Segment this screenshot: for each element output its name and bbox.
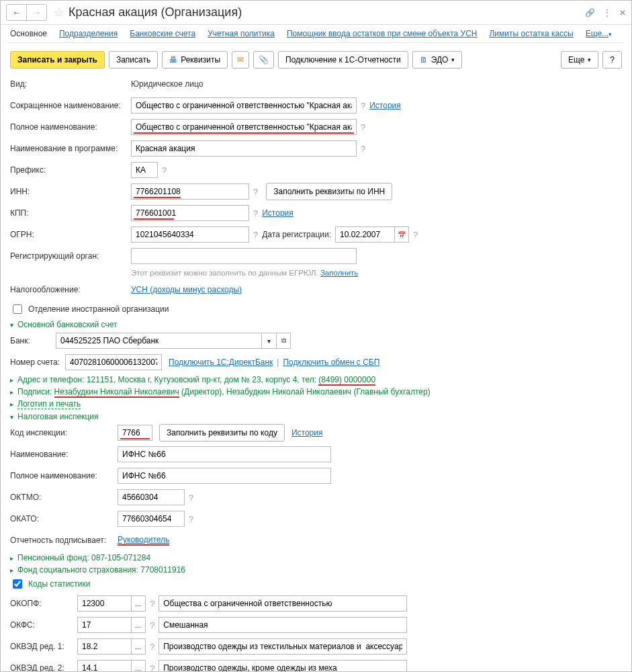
chevron-down-icon: ▾	[10, 413, 13, 421]
tax-office-section-toggle[interactable]: ▾ Налоговая инспекция	[10, 412, 622, 421]
lookup-icon[interactable]: …	[131, 660, 146, 672]
oktmo-label: ОКТМО:	[10, 493, 118, 502]
account-input[interactable]	[65, 354, 162, 370]
directbank-link[interactable]: Подключить 1С:ДиректБанк	[169, 358, 273, 367]
connect-1c-button[interactable]: Подключение к 1С-Отчетности	[278, 51, 408, 69]
help-icon[interactable]: ?	[189, 493, 193, 503]
okved1-desc-input[interactable]	[159, 638, 407, 655]
prog-name-input[interactable]	[131, 140, 357, 157]
address-section-toggle[interactable]: ▸ Адрес и телефон: 121151, Москва г, Кут…	[10, 375, 622, 384]
close-icon[interactable]: ✕	[619, 8, 626, 17]
short-name-label: Сокращенное наименование:	[10, 101, 131, 110]
tab-bank-accounts[interactable]: Банковские счета	[130, 29, 195, 38]
okved2-label: ОКВЭД ред. 2:	[10, 663, 77, 672]
help-icon[interactable]: ?	[150, 642, 154, 652]
help-icon[interactable]: ?	[253, 230, 258, 240]
history-link[interactable]: История	[291, 428, 323, 437]
lookup-icon[interactable]: …	[131, 617, 146, 633]
help-icon[interactable]: ?	[189, 514, 193, 524]
okopf-input[interactable]	[77, 595, 131, 612]
okfs-label: ОКФС:	[10, 620, 77, 630]
help-icon[interactable]: ?	[150, 663, 154, 673]
ogrn-input[interactable]	[131, 226, 249, 243]
tab-subdivisions[interactable]: Подразделения	[59, 29, 118, 38]
toolbar: Записать и закрыть Записать 🖶Реквизиты ✉…	[1, 48, 631, 75]
okved2-input[interactable]	[77, 660, 131, 672]
help-icon[interactable]: ?	[253, 208, 258, 218]
reg-date-label: Дата регистрации:	[262, 230, 331, 239]
insp-name-input[interactable]	[118, 446, 331, 462]
bank-input[interactable]	[56, 333, 261, 349]
tab-usn-helper[interactable]: Помощник ввода остатков при смене объект…	[287, 29, 478, 38]
reg-org-label: Регистрирующий орган:	[10, 251, 131, 261]
chevron-right-icon: ▸	[10, 566, 13, 574]
okato-input[interactable]	[118, 511, 185, 527]
insp-full-input[interactable]	[118, 468, 331, 484]
logo-section-toggle[interactable]: ▸ Логотип и печать	[10, 399, 622, 409]
bank-section-toggle[interactable]: ▾ Основной банковский счет	[10, 320, 622, 329]
nav-back-button[interactable]: ←	[7, 5, 27, 20]
attach-button[interactable]: 📎	[253, 51, 274, 69]
help-button[interactable]: ?	[602, 51, 622, 69]
okved1-label: ОКВЭД ред. 1:	[10, 642, 77, 651]
signer-label: Отчетность подписывает:	[10, 536, 118, 545]
save-button[interactable]: Записать	[109, 51, 158, 69]
nav-forward-button[interactable]: →	[27, 5, 46, 20]
reg-org-input[interactable]	[131, 248, 357, 264]
lookup-icon[interactable]: …	[131, 638, 146, 655]
help-icon[interactable]: ?	[253, 187, 258, 197]
help-icon[interactable]: ?	[361, 144, 365, 154]
tab-cash-limits[interactable]: Лимиты остатка кассы	[489, 29, 573, 38]
dropdown-icon[interactable]: ▾	[261, 333, 276, 349]
stat-codes-checkbox[interactable]	[13, 579, 22, 589]
okved1-input[interactable]	[77, 638, 131, 655]
kpp-label: КПП:	[10, 208, 131, 218]
kind-value: Юридическое лицо	[131, 79, 203, 89]
signatures-section-toggle[interactable]: ▸ Подписи: Незабудкин Николай Николаевич…	[10, 387, 622, 396]
kebab-icon[interactable]: ⋮	[603, 8, 611, 17]
fss-section-toggle[interactable]: ▸ Фонд социального страхования: 77080119…	[10, 565, 622, 575]
tab-accounting-policy[interactable]: Учетная политика	[208, 29, 275, 38]
reg-date-input[interactable]	[335, 226, 394, 243]
tab-more[interactable]: Еще...	[586, 29, 612, 38]
fill-egrul-link[interactable]: Заполнить	[320, 269, 358, 277]
history-link[interactable]: История	[262, 208, 294, 218]
open-dialog-icon[interactable]: ⧉	[276, 333, 291, 349]
taxation-link[interactable]: УСН (доходы минус расходы)	[131, 285, 242, 294]
fill-by-inn-button[interactable]: Заполнить реквизиты по ИНН	[266, 183, 392, 200]
sbp-link[interactable]: Подключить обмен с СБП	[283, 358, 379, 367]
chevron-right-icon: ▸	[10, 376, 13, 384]
lookup-icon[interactable]: …	[131, 595, 146, 612]
save-close-button[interactable]: Записать и закрыть	[10, 51, 105, 69]
help-icon[interactable]: ?	[413, 230, 418, 240]
calendar-icon[interactable]: 📅	[394, 226, 409, 243]
help-icon[interactable]: ?	[361, 122, 365, 132]
history-link[interactable]: История	[369, 101, 401, 110]
help-icon[interactable]: ?	[162, 165, 167, 175]
tab-main[interactable]: Основное	[10, 29, 47, 38]
foreign-org-checkbox[interactable]	[13, 304, 22, 314]
help-icon[interactable]: ?	[361, 101, 365, 111]
chevron-right-icon: ▸	[10, 554, 13, 562]
kind-label: Вид:	[10, 79, 131, 89]
okfs-desc-input[interactable]	[159, 617, 407, 633]
pension-section-toggle[interactable]: ▸ Пенсионный фонд: 087-105-071284	[10, 553, 622, 562]
okved2-desc-input[interactable]	[159, 660, 407, 672]
oktmo-input[interactable]	[118, 489, 185, 505]
help-icon[interactable]: ?	[150, 620, 154, 630]
okfs-input[interactable]	[77, 617, 131, 633]
link-icon[interactable]: 🔗	[585, 8, 595, 17]
short-name-input[interactable]	[131, 97, 357, 114]
account-label: Номер счета:	[10, 358, 65, 367]
mail-button[interactable]: ✉	[232, 51, 249, 69]
prefix-input[interactable]	[131, 162, 158, 178]
okopf-desc-input[interactable]	[159, 595, 407, 612]
fill-by-code-button[interactable]: Заполнить реквизиты по коду	[159, 424, 285, 442]
more-button[interactable]: Еще ▾	[561, 51, 598, 69]
favorite-icon[interactable]: ☆	[54, 5, 64, 20]
chevron-down-icon: ▾	[10, 321, 13, 329]
edo-button[interactable]: 🗎ЭДО▾	[412, 51, 463, 69]
help-icon[interactable]: ?	[150, 599, 154, 609]
signer-link[interactable]: Руководитель	[118, 535, 169, 546]
requisites-button[interactable]: 🖶Реквизиты	[162, 51, 228, 69]
